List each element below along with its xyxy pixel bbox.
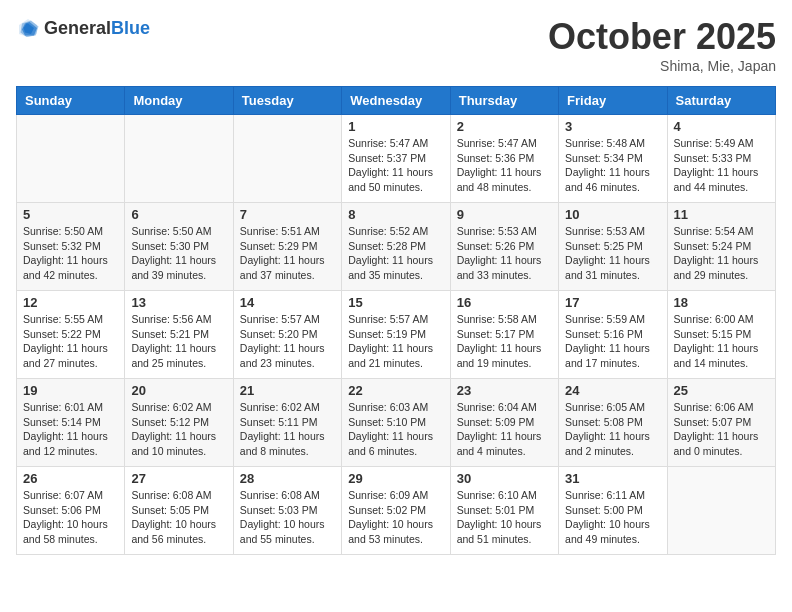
day-number: 30 <box>457 471 552 486</box>
day-info: Sunrise: 5:51 AM Sunset: 5:29 PM Dayligh… <box>240 224 335 283</box>
day-number: 11 <box>674 207 769 222</box>
calendar-cell <box>233 115 341 203</box>
calendar-cell: 29Sunrise: 6:09 AM Sunset: 5:02 PM Dayli… <box>342 467 450 555</box>
day-number: 28 <box>240 471 335 486</box>
header: GeneralBlue October 2025 Shima, Mie, Jap… <box>16 16 776 74</box>
day-info: Sunrise: 5:52 AM Sunset: 5:28 PM Dayligh… <box>348 224 443 283</box>
calendar-cell: 3Sunrise: 5:48 AM Sunset: 5:34 PM Daylig… <box>559 115 667 203</box>
day-info: Sunrise: 5:48 AM Sunset: 5:34 PM Dayligh… <box>565 136 660 195</box>
logo-text: GeneralBlue <box>44 18 150 39</box>
day-info: Sunrise: 5:55 AM Sunset: 5:22 PM Dayligh… <box>23 312 118 371</box>
day-number: 18 <box>674 295 769 310</box>
weekday-header-wednesday: Wednesday <box>342 87 450 115</box>
day-number: 25 <box>674 383 769 398</box>
calendar-week-row: 26Sunrise: 6:07 AM Sunset: 5:06 PM Dayli… <box>17 467 776 555</box>
day-info: Sunrise: 6:10 AM Sunset: 5:01 PM Dayligh… <box>457 488 552 547</box>
day-number: 16 <box>457 295 552 310</box>
day-number: 31 <box>565 471 660 486</box>
day-info: Sunrise: 5:54 AM Sunset: 5:24 PM Dayligh… <box>674 224 769 283</box>
calendar-cell: 5Sunrise: 5:50 AM Sunset: 5:32 PM Daylig… <box>17 203 125 291</box>
calendar-cell: 18Sunrise: 6:00 AM Sunset: 5:15 PM Dayli… <box>667 291 775 379</box>
calendar-cell: 24Sunrise: 6:05 AM Sunset: 5:08 PM Dayli… <box>559 379 667 467</box>
weekday-header-saturday: Saturday <box>667 87 775 115</box>
day-info: Sunrise: 6:04 AM Sunset: 5:09 PM Dayligh… <box>457 400 552 459</box>
day-info: Sunrise: 6:01 AM Sunset: 5:14 PM Dayligh… <box>23 400 118 459</box>
calendar-cell: 21Sunrise: 6:02 AM Sunset: 5:11 PM Dayli… <box>233 379 341 467</box>
calendar-week-row: 5Sunrise: 5:50 AM Sunset: 5:32 PM Daylig… <box>17 203 776 291</box>
day-info: Sunrise: 6:11 AM Sunset: 5:00 PM Dayligh… <box>565 488 660 547</box>
calendar-cell: 20Sunrise: 6:02 AM Sunset: 5:12 PM Dayli… <box>125 379 233 467</box>
day-number: 22 <box>348 383 443 398</box>
logo-blue: Blue <box>111 18 150 38</box>
day-number: 12 <box>23 295 118 310</box>
day-number: 10 <box>565 207 660 222</box>
day-info: Sunrise: 5:50 AM Sunset: 5:32 PM Dayligh… <box>23 224 118 283</box>
day-number: 13 <box>131 295 226 310</box>
calendar-week-row: 1Sunrise: 5:47 AM Sunset: 5:37 PM Daylig… <box>17 115 776 203</box>
day-info: Sunrise: 6:08 AM Sunset: 5:05 PM Dayligh… <box>131 488 226 547</box>
calendar-week-row: 19Sunrise: 6:01 AM Sunset: 5:14 PM Dayli… <box>17 379 776 467</box>
calendar-cell: 1Sunrise: 5:47 AM Sunset: 5:37 PM Daylig… <box>342 115 450 203</box>
calendar-cell: 14Sunrise: 5:57 AM Sunset: 5:20 PM Dayli… <box>233 291 341 379</box>
weekday-header-friday: Friday <box>559 87 667 115</box>
day-number: 6 <box>131 207 226 222</box>
day-info: Sunrise: 6:06 AM Sunset: 5:07 PM Dayligh… <box>674 400 769 459</box>
logo-general: General <box>44 18 111 38</box>
weekday-header-sunday: Sunday <box>17 87 125 115</box>
day-info: Sunrise: 5:58 AM Sunset: 5:17 PM Dayligh… <box>457 312 552 371</box>
weekday-header-tuesday: Tuesday <box>233 87 341 115</box>
day-info: Sunrise: 5:53 AM Sunset: 5:26 PM Dayligh… <box>457 224 552 283</box>
day-info: Sunrise: 5:57 AM Sunset: 5:20 PM Dayligh… <box>240 312 335 371</box>
day-info: Sunrise: 6:00 AM Sunset: 5:15 PM Dayligh… <box>674 312 769 371</box>
day-info: Sunrise: 5:47 AM Sunset: 5:37 PM Dayligh… <box>348 136 443 195</box>
day-info: Sunrise: 5:59 AM Sunset: 5:16 PM Dayligh… <box>565 312 660 371</box>
calendar-cell: 26Sunrise: 6:07 AM Sunset: 5:06 PM Dayli… <box>17 467 125 555</box>
day-number: 4 <box>674 119 769 134</box>
calendar-cell: 13Sunrise: 5:56 AM Sunset: 5:21 PM Dayli… <box>125 291 233 379</box>
day-number: 9 <box>457 207 552 222</box>
calendar-cell: 27Sunrise: 6:08 AM Sunset: 5:05 PM Dayli… <box>125 467 233 555</box>
day-number: 7 <box>240 207 335 222</box>
calendar-cell: 8Sunrise: 5:52 AM Sunset: 5:28 PM Daylig… <box>342 203 450 291</box>
day-number: 29 <box>348 471 443 486</box>
day-info: Sunrise: 6:03 AM Sunset: 5:10 PM Dayligh… <box>348 400 443 459</box>
day-info: Sunrise: 6:09 AM Sunset: 5:02 PM Dayligh… <box>348 488 443 547</box>
day-info: Sunrise: 5:47 AM Sunset: 5:36 PM Dayligh… <box>457 136 552 195</box>
location-subtitle: Shima, Mie, Japan <box>548 58 776 74</box>
title-area: October 2025 Shima, Mie, Japan <box>548 16 776 74</box>
calendar-cell: 7Sunrise: 5:51 AM Sunset: 5:29 PM Daylig… <box>233 203 341 291</box>
calendar-cell: 2Sunrise: 5:47 AM Sunset: 5:36 PM Daylig… <box>450 115 558 203</box>
day-number: 24 <box>565 383 660 398</box>
day-info: Sunrise: 5:53 AM Sunset: 5:25 PM Dayligh… <box>565 224 660 283</box>
calendar-cell: 22Sunrise: 6:03 AM Sunset: 5:10 PM Dayli… <box>342 379 450 467</box>
calendar-cell: 9Sunrise: 5:53 AM Sunset: 5:26 PM Daylig… <box>450 203 558 291</box>
month-title: October 2025 <box>548 16 776 58</box>
day-number: 19 <box>23 383 118 398</box>
day-number: 1 <box>348 119 443 134</box>
calendar-cell: 25Sunrise: 6:06 AM Sunset: 5:07 PM Dayli… <box>667 379 775 467</box>
calendar-cell: 4Sunrise: 5:49 AM Sunset: 5:33 PM Daylig… <box>667 115 775 203</box>
day-number: 17 <box>565 295 660 310</box>
calendar-cell: 17Sunrise: 5:59 AM Sunset: 5:16 PM Dayli… <box>559 291 667 379</box>
day-number: 3 <box>565 119 660 134</box>
calendar-cell: 10Sunrise: 5:53 AM Sunset: 5:25 PM Dayli… <box>559 203 667 291</box>
weekday-header-thursday: Thursday <box>450 87 558 115</box>
weekday-header-row: SundayMondayTuesdayWednesdayThursdayFrid… <box>17 87 776 115</box>
day-info: Sunrise: 6:02 AM Sunset: 5:11 PM Dayligh… <box>240 400 335 459</box>
calendar-cell: 15Sunrise: 5:57 AM Sunset: 5:19 PM Dayli… <box>342 291 450 379</box>
calendar-cell <box>125 115 233 203</box>
calendar-cell: 16Sunrise: 5:58 AM Sunset: 5:17 PM Dayli… <box>450 291 558 379</box>
calendar-table: SundayMondayTuesdayWednesdayThursdayFrid… <box>16 86 776 555</box>
calendar-week-row: 12Sunrise: 5:55 AM Sunset: 5:22 PM Dayli… <box>17 291 776 379</box>
day-info: Sunrise: 6:02 AM Sunset: 5:12 PM Dayligh… <box>131 400 226 459</box>
day-info: Sunrise: 6:07 AM Sunset: 5:06 PM Dayligh… <box>23 488 118 547</box>
day-number: 20 <box>131 383 226 398</box>
calendar-cell: 31Sunrise: 6:11 AM Sunset: 5:00 PM Dayli… <box>559 467 667 555</box>
calendar-cell: 30Sunrise: 6:10 AM Sunset: 5:01 PM Dayli… <box>450 467 558 555</box>
weekday-header-monday: Monday <box>125 87 233 115</box>
calendar-cell: 19Sunrise: 6:01 AM Sunset: 5:14 PM Dayli… <box>17 379 125 467</box>
day-info: Sunrise: 6:05 AM Sunset: 5:08 PM Dayligh… <box>565 400 660 459</box>
calendar-cell: 28Sunrise: 6:08 AM Sunset: 5:03 PM Dayli… <box>233 467 341 555</box>
day-number: 5 <box>23 207 118 222</box>
day-info: Sunrise: 6:08 AM Sunset: 5:03 PM Dayligh… <box>240 488 335 547</box>
